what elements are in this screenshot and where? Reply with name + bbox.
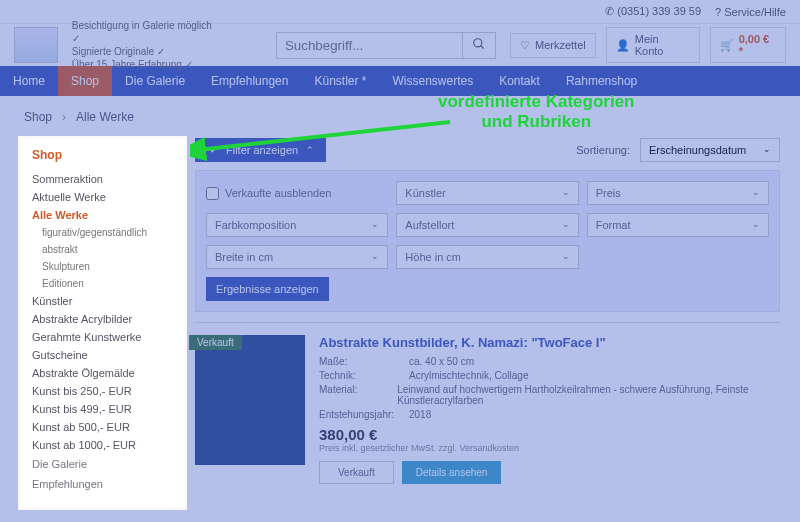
filter-toggle-button[interactable]: ⏷Filter anzeigen⌃ bbox=[195, 138, 326, 162]
sidebar-item[interactable]: Gerahmte Kunstwerke bbox=[32, 328, 173, 346]
sidebar-item[interactable]: Skulpturen bbox=[32, 258, 173, 275]
product-attr-row: Technik:Acrylmischtechnik, Collage bbox=[319, 370, 780, 381]
phone-number: (0351) 339 39 59 bbox=[605, 5, 701, 18]
chevron-down-icon: ⌄ bbox=[763, 144, 771, 156]
show-results-button[interactable]: Ergebnisse anzeigen bbox=[206, 277, 329, 301]
sidebar-item-dimmed[interactable]: Die Galerie bbox=[32, 454, 173, 474]
sidebar-item[interactable]: Kunst ab 500,- EUR bbox=[32, 418, 173, 436]
svg-line-1 bbox=[481, 45, 484, 48]
search-icon bbox=[472, 37, 486, 51]
nav-shop[interactable]: Shop bbox=[58, 66, 112, 96]
product-attr-row: Material:Leinwand auf hochwertigem Harth… bbox=[319, 384, 780, 406]
sidebar-item[interactable]: abstrakt bbox=[32, 241, 173, 258]
hide-sold-checkbox[interactable]: Verkaufte ausblenden bbox=[206, 181, 388, 205]
category-sidebar: Shop SommeraktionAktuelle WerkeAlle Werk… bbox=[20, 138, 185, 508]
filter-location[interactable]: Aufstellort⌄ bbox=[396, 213, 578, 237]
detail-button[interactable]: Details ansehen bbox=[402, 461, 502, 484]
sold-button: Verkauft bbox=[319, 461, 394, 484]
sidebar-item[interactable]: Abstrakte Acrylbilder bbox=[32, 310, 173, 328]
nav-wissenswertes[interactable]: Wissenswertes bbox=[380, 66, 487, 96]
product-attr-row: Maße:ca. 40 x 50 cm bbox=[319, 356, 780, 367]
filter-width[interactable]: Breite in cm⌄ bbox=[206, 245, 388, 269]
price-note: Preis inkl. gesetzlicher MwSt. zzgl. Ver… bbox=[319, 443, 780, 453]
crumb-shop[interactable]: Shop bbox=[24, 110, 52, 124]
sidebar-item[interactable]: Alle Werke bbox=[32, 206, 173, 224]
nav-empfehlungen[interactable]: Empfehlungen bbox=[198, 66, 301, 96]
sidebar-item-dimmed[interactable]: Empfehlungen bbox=[32, 474, 173, 494]
filter-panel: Verkaufte ausblenden Künstler⌄ Preis⌄ Fa… bbox=[195, 170, 780, 312]
sidebar-item[interactable]: Gutscheine bbox=[32, 346, 173, 364]
sidebar-item[interactable]: Abstrakte Ölgemälde bbox=[32, 364, 173, 382]
sidebar-item[interactable]: Kunst bis 499,- EUR bbox=[32, 400, 173, 418]
nav-rahmenshop[interactable]: Rahmenshop bbox=[553, 66, 650, 96]
sort-label: Sortierung: bbox=[576, 144, 630, 156]
logo[interactable] bbox=[14, 27, 58, 63]
sold-badge: Verkauft bbox=[189, 335, 242, 350]
breadcrumb: Shop › Alle Werke bbox=[0, 96, 800, 138]
product-attr-row: Entstehungsjahr:2018 bbox=[319, 409, 780, 420]
filter-price[interactable]: Preis⌄ bbox=[587, 181, 769, 205]
filter-height[interactable]: Höhe in cm⌄ bbox=[396, 245, 578, 269]
cart-icon: 🛒 bbox=[720, 39, 734, 52]
sidebar-item[interactable]: Aktuelle Werke bbox=[32, 188, 173, 206]
sidebar-item[interactable]: Künstler bbox=[32, 292, 173, 310]
search-button[interactable] bbox=[462, 32, 496, 59]
account-button[interactable]: 👤Mein Konto bbox=[606, 27, 700, 63]
svg-point-0 bbox=[474, 38, 482, 46]
nav-diegalerie[interactable]: Die Galerie bbox=[112, 66, 198, 96]
service-help-link[interactable]: Service/Hilfe bbox=[715, 6, 786, 18]
crumb-current: Alle Werke bbox=[76, 110, 134, 124]
search-input[interactable] bbox=[276, 32, 462, 59]
nav-home[interactable]: Home bbox=[0, 66, 58, 96]
sidebar-item[interactable]: Editionen bbox=[32, 275, 173, 292]
sidebar-heading: Shop bbox=[32, 148, 173, 162]
sidebar-item[interactable]: Sommeraktion bbox=[32, 170, 173, 188]
filter-icon: ⏷ bbox=[207, 144, 218, 156]
sort-select[interactable]: Erscheinungsdatum⌄ bbox=[640, 138, 780, 162]
wishlist-button[interactable]: ♡Merkzettel bbox=[510, 33, 596, 58]
user-icon: 👤 bbox=[616, 39, 630, 52]
sidebar-item[interactable]: Kunst ab 1000,- EUR bbox=[32, 436, 173, 454]
sidebar-item[interactable]: Kunst bis 250,- EUR bbox=[32, 382, 173, 400]
sidebar-item[interactable]: figurativ/gegenständlich bbox=[32, 224, 173, 241]
filter-artist[interactable]: Künstler⌄ bbox=[396, 181, 578, 205]
filter-format[interactable]: Format⌄ bbox=[587, 213, 769, 237]
taglines: Besichtigung in Galerie möglich ✓Signier… bbox=[72, 19, 222, 71]
product-price: 380,00 € bbox=[319, 426, 780, 443]
cart-button[interactable]: 🛒0,00 € * bbox=[710, 27, 786, 63]
nav-kontakt[interactable]: Kontakt bbox=[486, 66, 553, 96]
main-nav: HomeShopDie GalerieEmpfehlungenKünstler … bbox=[0, 66, 800, 96]
chevron-up-icon: ⌃ bbox=[306, 145, 314, 155]
product-card: Verkauft Abstrakte Kunstbilder, K. Namaz… bbox=[195, 322, 780, 484]
nav-knstler[interactable]: Künstler * bbox=[301, 66, 379, 96]
filter-color[interactable]: Farbkomposition⌄ bbox=[206, 213, 388, 237]
product-image[interactable]: Verkauft bbox=[195, 335, 305, 465]
heart-icon: ♡ bbox=[520, 39, 530, 52]
product-title[interactable]: Abstrakte Kunstbilder, K. Namazi: "TwoFa… bbox=[319, 335, 780, 350]
